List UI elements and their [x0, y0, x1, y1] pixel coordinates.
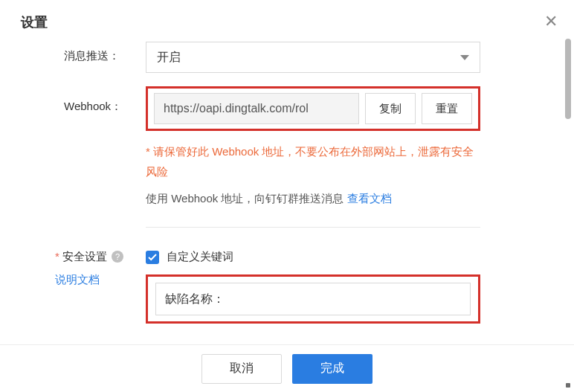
- security-label: 安全设置: [62, 250, 107, 263]
- webhook-group: https://oapi.dingtalk.com/rol 复制 重置: [146, 86, 480, 131]
- cancel-button[interactable]: 取消: [201, 354, 282, 384]
- scrollbar-thumb[interactable]: [565, 39, 571, 119]
- check-icon: [148, 254, 157, 261]
- webhook-help: 使用 Webhook 地址，向钉钉群推送消息 查看文档: [146, 192, 480, 206]
- dialog-footer: 取消 完成: [0, 344, 574, 392]
- webhook-warning: * 请保管好此 Webhook 地址，不要公布在外部网站上，泄露有安全风险: [146, 141, 480, 181]
- keyword-input[interactable]: [165, 292, 461, 306]
- reset-button[interactable]: 重置: [422, 93, 472, 124]
- spec-doc-link[interactable]: 说明文档: [55, 273, 146, 287]
- push-label: 消息推送：: [64, 49, 120, 62]
- keyword-checkbox[interactable]: [146, 251, 159, 264]
- keyword-box: [146, 274, 480, 324]
- push-select[interactable]: 开启: [146, 42, 480, 73]
- webhook-help-text: 使用 Webhook 地址，向钉钉群推送消息: [146, 192, 347, 205]
- required-star: *: [55, 250, 59, 263]
- close-icon[interactable]: ✕: [544, 12, 558, 31]
- divider: [146, 227, 480, 228]
- webhook-url-input[interactable]: https://oapi.dingtalk.com/rol: [154, 93, 359, 124]
- confirm-button[interactable]: 完成: [292, 354, 373, 384]
- keyword-checkbox-label: 自定义关键词: [167, 250, 233, 264]
- webhook-label: Webhook：: [64, 100, 122, 112]
- view-doc-link[interactable]: 查看文档: [347, 192, 392, 205]
- help-icon[interactable]: ?: [112, 251, 123, 263]
- copy-button[interactable]: 复制: [365, 93, 416, 124]
- dialog-title: 设置: [0, 0, 574, 42]
- push-select-value: 开启: [157, 50, 181, 65]
